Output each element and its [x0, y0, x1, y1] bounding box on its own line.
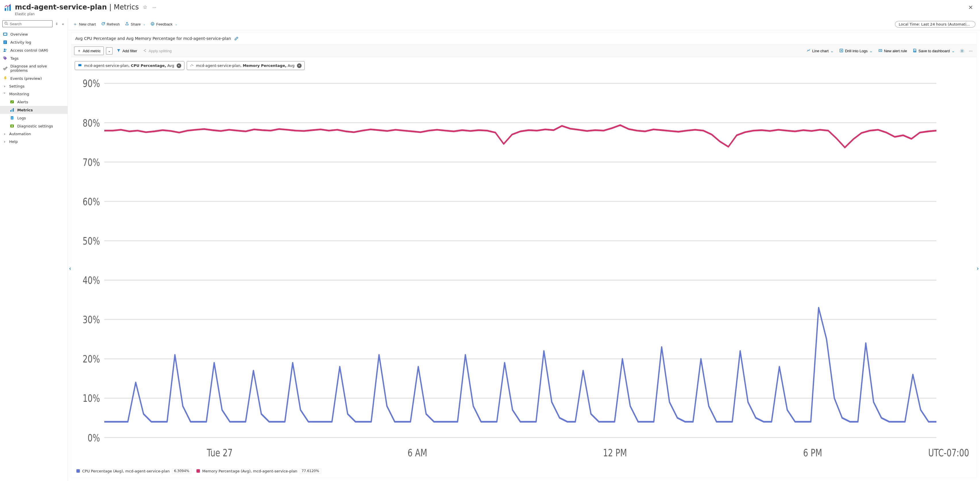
svg-rect-28 — [78, 64, 81, 66]
add-metric-dropdown[interactable]: ⌄ — [106, 48, 113, 54]
nav-metrics[interactable]: Metrics — [0, 106, 67, 114]
expand-collapse-button[interactable]: ⇕ — [54, 21, 59, 27]
remove-pill-button[interactable]: ✕ — [297, 63, 302, 68]
svg-rect-26 — [914, 51, 915, 52]
new-chart-button[interactable]: ＋ New chart — [72, 21, 97, 28]
legend-swatch — [76, 469, 80, 473]
chevron-down-icon: ⌄ — [143, 23, 145, 26]
nav-events[interactable]: Events (preview) — [0, 74, 67, 83]
svg-rect-2 — [10, 5, 11, 11]
metric-pill-memory[interactable]: mcd-agent-service-plan, Memory Percentag… — [187, 61, 305, 70]
nav-label: Diagnostic settings — [17, 124, 53, 128]
prev-chart-button[interactable]: ‹ — [68, 263, 72, 273]
nav-label: Monitoring — [9, 92, 29, 96]
svg-point-27 — [961, 50, 963, 52]
share-button[interactable]: Share ⌄ — [124, 21, 146, 28]
svg-rect-0 — [5, 8, 6, 11]
nav-label: Alerts — [17, 100, 28, 104]
nav-overview[interactable]: Overview — [0, 30, 67, 38]
nav-activity-log[interactable]: Activity log — [0, 38, 67, 46]
favorite-button[interactable]: ☆ — [142, 3, 148, 11]
nav-label: Activity log — [10, 40, 31, 44]
svg-point-30 — [192, 64, 192, 65]
feedback-button[interactable]: Feedback ⌄ — [150, 21, 178, 28]
new-alert-button[interactable]: New alert rule — [877, 47, 909, 55]
nav-settings-section[interactable]: › Settings — [0, 83, 67, 90]
metrics-icon — [10, 108, 14, 112]
nav-label: Events (preview) — [10, 76, 42, 81]
drill-logs-button[interactable]: Drill into Logs ⌄ — [838, 47, 874, 55]
legend-item-memory[interactable]: Memory Percentage (Avg), mcd-agent-servi… — [196, 468, 321, 473]
activity-log-icon — [3, 40, 8, 44]
tags-icon — [3, 56, 8, 60]
nav-access-control[interactable]: Access control (IAM) — [0, 46, 67, 54]
nav-alerts[interactable]: Alerts — [0, 98, 67, 106]
nav-label: Help — [9, 140, 18, 144]
save-icon — [913, 49, 917, 53]
plus-icon: ＋ — [77, 48, 81, 53]
close-button[interactable]: ✕ — [967, 3, 974, 12]
nav-tags[interactable]: Tags — [0, 54, 67, 62]
chart-svg[interactable]: 0%10%20%30%40%50%60%70%80%90%Tue 276 AM1… — [76, 74, 972, 465]
svg-point-31 — [192, 65, 193, 66]
chart-type-button[interactable]: Line chart ⌄ — [805, 47, 835, 55]
legend-value: 77.6120% — [299, 468, 321, 473]
overview-icon — [3, 32, 8, 37]
collapse-sidebar-button[interactable]: « — [61, 21, 65, 27]
chevron-down-icon: ⌄ — [830, 49, 834, 53]
svg-point-21 — [151, 22, 154, 25]
next-chart-button[interactable]: › — [976, 263, 979, 273]
alert-icon — [878, 49, 882, 53]
svg-point-13 — [4, 57, 5, 58]
chevron-right-icon: › — [3, 84, 6, 88]
chevron-right-icon: › — [3, 140, 6, 144]
events-icon — [3, 76, 8, 81]
sidebar-search[interactable] — [2, 21, 52, 27]
svg-text:80%: 80% — [83, 117, 100, 129]
line-chart-icon — [807, 49, 811, 53]
search-icon — [4, 22, 8, 26]
sidebar-nav: Overview Activity log Access control (IA… — [0, 29, 67, 147]
chart-settings-button[interactable] — [959, 48, 965, 54]
search-input[interactable] — [10, 22, 51, 26]
add-filter-button[interactable]: Add filter — [115, 47, 139, 55]
svg-text:UTC-07:00: UTC-07:00 — [928, 447, 969, 458]
nav-label: Metrics — [17, 108, 33, 112]
legend-item-cpu[interactable]: CPU Percentage (Avg), mcd-agent-service-… — [76, 468, 191, 473]
metric-pill-cpu[interactable]: mcd-agent-service-plan, CPU Percentage, … — [75, 61, 185, 70]
apply-splitting-button: Apply splitting — [141, 47, 173, 55]
share-icon — [125, 22, 129, 27]
svg-rect-17 — [13, 108, 14, 112]
page-header: mcd-agent-service-plan | Metrics ☆ ⋯ Ela… — [0, 0, 980, 19]
svg-point-22 — [152, 24, 152, 24]
iam-icon — [3, 48, 8, 52]
svg-rect-6 — [4, 33, 6, 35]
more-header-button[interactable]: ⋯ — [151, 4, 158, 11]
chevron-down-icon: ⌄ — [869, 49, 873, 53]
save-dashboard-button[interactable]: Save to dashboard ⌄ — [911, 47, 956, 55]
nav-diagnose[interactable]: Diagnose and solve problems — [0, 62, 67, 74]
refresh-button[interactable]: Refresh — [100, 21, 121, 28]
logs-icon — [839, 49, 843, 53]
chart-more-button[interactable]: ⋯ — [968, 48, 974, 54]
nav-logs[interactable]: Logs — [0, 114, 67, 122]
svg-point-29 — [191, 66, 191, 66]
svg-text:40%: 40% — [83, 275, 100, 286]
svg-rect-1 — [7, 6, 9, 11]
nav-label: Logs — [17, 116, 26, 120]
nav-diagnostic-settings[interactable]: Diagnostic settings — [0, 122, 67, 130]
svg-text:20%: 20% — [83, 353, 100, 365]
svg-text:12 PM: 12 PM — [603, 447, 627, 458]
nav-help-section[interactable]: › Help — [0, 138, 67, 146]
chevron-down-icon: ⌄ — [951, 49, 955, 53]
add-metric-button[interactable]: ＋ Add metric — [74, 46, 104, 55]
nav-monitoring-section[interactable]: › Monitoring — [0, 90, 67, 98]
nav-automation-section[interactable]: › Automation — [0, 130, 67, 138]
edit-title-button[interactable] — [233, 35, 240, 41]
svg-point-11 — [4, 49, 5, 50]
time-range-picker[interactable]: Local Time: Last 24 hours (Automatic - 5… — [895, 21, 975, 27]
nav-label: Automation — [9, 132, 31, 136]
remove-pill-button[interactable]: ✕ — [177, 63, 181, 68]
chevron-right-icon: › — [3, 132, 6, 136]
svg-text:Tue 27: Tue 27 — [207, 447, 233, 458]
